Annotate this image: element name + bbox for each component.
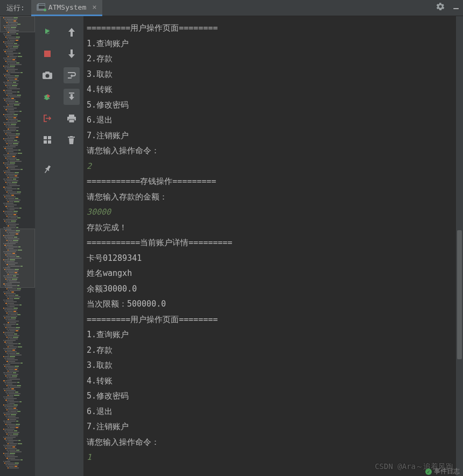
rerun-button[interactable] [39,24,55,40]
gear-icon[interactable] [432,3,449,13]
scroll-to-end-icon[interactable] [64,89,80,105]
print-icon[interactable] [64,110,80,126]
scroll-thumb[interactable] [457,230,462,359]
console-output-line: 6.退出 [87,112,453,128]
application-icon [37,3,45,11]
camera-icon[interactable] [39,67,55,83]
status-bar: ✓ 事件日志 [425,467,460,476]
soft-wrap-icon[interactable] [64,67,80,83]
scrollbar[interactable] [456,16,463,476]
minimize-icon[interactable]: — [449,3,463,13]
console-output-line: 3.取款 [87,358,453,373]
console-output-line: 6.退出 [87,404,453,420]
run-label: 运行: [0,3,31,13]
console-output-line: 当次限额：500000.0 [87,296,453,312]
console-output-line: 请您输入操作命令： [87,143,453,159]
close-icon[interactable]: × [92,3,96,11]
console-output-line: 4.转账 [87,82,453,97]
console-output[interactable]: =========用户操作页面========1.查询账户2.存款3.取款4.转… [83,16,456,476]
arrow-up-icon[interactable] [64,24,80,40]
exit-icon[interactable] [39,110,55,126]
console-output-line: 4.转账 [87,373,453,389]
debug-icon[interactable] [39,89,55,105]
svg-rect-17 [69,115,74,117]
console-output-line: 存款完成！ [87,220,453,236]
console-output-line: 1.查询账户 [87,36,453,52]
console-output-line: =========用户操作页面======== [87,312,453,328]
run-toolbar: 运行: ATMSystem × — [0,0,463,16]
console-output-line: 7.注销账户 [87,419,453,435]
console-output-line: 2.存款 [87,51,453,67]
console-output-line: 卡号01289341 [87,251,453,266]
console-output-line: 2.存款 [87,343,453,358]
console-output-line: =========用户操作页面======== [87,20,453,36]
svg-rect-15 [48,140,51,144]
run-controls-column-1 [35,16,59,476]
stop-button[interactable] [39,46,55,62]
svg-line-16 [45,170,47,173]
console-output-line: 请您输入操作命令： [87,435,453,450]
svg-rect-13 [48,136,51,139]
code-minimap[interactable] [0,16,35,476]
svg-point-6 [45,74,49,78]
svg-rect-14 [44,140,47,144]
status-text: 事件日志 [434,467,460,476]
console-output-line: 7.注销账户 [87,128,453,144]
svg-rect-19 [69,119,74,123]
svg-rect-21 [70,136,73,137]
console-output-line: ===========当前账户详情========= [87,235,453,251]
console-output-line: 1.查询账户 [87,327,453,343]
svg-rect-5 [45,72,50,73]
trash-icon[interactable] [64,132,80,148]
console-output-line: 5.修改密码 [87,97,453,113]
console-output-line: 5.修改密码 [87,388,453,404]
console-input-line: 2 [87,159,453,174]
run-controls-column-2 [59,16,83,476]
console-output-line: 请您输入存款的金额： [87,189,453,205]
status-dot-icon: ✓ [425,468,432,475]
console-output-line: 余额30000.0 [87,281,453,297]
layout-icon[interactable] [39,132,55,148]
console-output-line: 姓名wangxh [87,266,453,281]
svg-rect-12 [44,136,47,139]
pin-icon[interactable] [39,161,55,177]
console-output-line: ===========存钱操作========= [87,174,453,189]
svg-rect-3 [44,51,51,57]
console-input-line: 30000 [87,204,453,220]
arrow-down-icon[interactable] [64,46,80,62]
console-output-line: 3.取款 [87,67,453,82]
tab-label: ATMSystem [48,3,86,11]
run-tab[interactable]: ATMSystem × [31,0,102,16]
main-area: =========用户操作页面========1.查询账户2.存款3.取款4.转… [0,16,463,476]
